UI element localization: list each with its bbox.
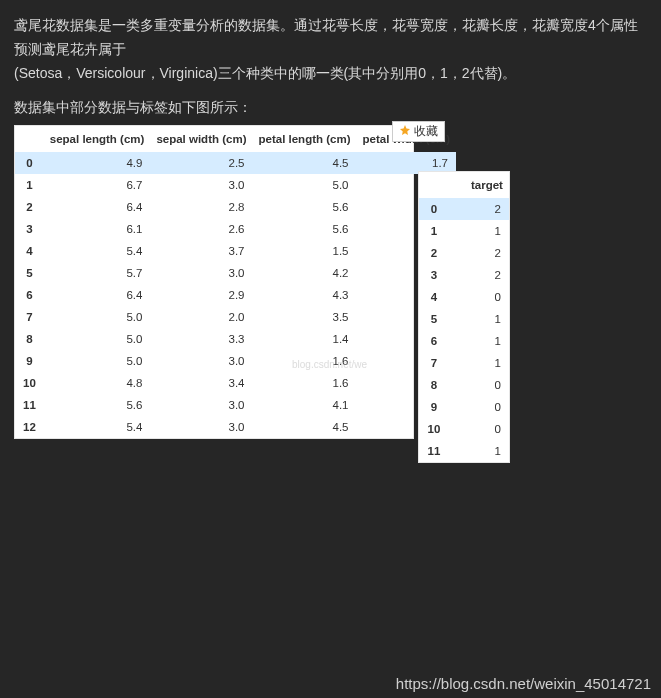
table-row: 55.73.04.21.2: [15, 262, 456, 284]
row-index: 3: [419, 264, 449, 286]
cell-value: 6.4: [44, 196, 151, 218]
row-index: 10: [15, 372, 44, 394]
bookmark-button[interactable]: 收藏: [392, 121, 445, 142]
cell-value: 3.7: [150, 240, 252, 262]
table-row: 61: [419, 330, 509, 352]
cell-value: 6.4: [44, 284, 151, 306]
table-row: 125.43.04.51.5: [15, 416, 456, 438]
intro-line1: 鸢尾花数据集是一类多重变量分析的数据集。通过花萼长度，花萼宽度，花瓣长度，花瓣宽…: [14, 17, 638, 57]
row-index: 7: [15, 306, 44, 328]
cell-value: 2: [449, 264, 509, 286]
table-row: 26.42.85.62.2: [15, 196, 456, 218]
table-row: 115.63.04.11.3: [15, 394, 456, 416]
cell-value: 4.5: [252, 416, 356, 438]
table-row: 100: [419, 418, 509, 440]
targets-table-block: target 02112232405161718090100111: [418, 171, 510, 463]
cell-value: 4.2: [252, 262, 356, 284]
cell-value: 6.1: [44, 218, 151, 240]
row-index: 0: [15, 152, 44, 174]
cell-value: 0: [449, 418, 509, 440]
col-header: sepal length (cm): [44, 126, 151, 152]
cell-value: 5.0: [44, 350, 151, 372]
star-icon: [399, 124, 411, 139]
bookmark-label: 收藏: [414, 123, 438, 140]
row-index: 1: [15, 174, 44, 196]
cell-value: 2: [449, 198, 509, 220]
table-row: 80: [419, 374, 509, 396]
cell-value: 5.0: [252, 174, 356, 196]
cell-value: 2.6: [150, 218, 252, 240]
table-row: 111: [419, 440, 509, 462]
table-row: 04.92.54.51.7: [15, 152, 456, 174]
intro-line2: (Setosa，Versicolour，Virginica)三个种类中的哪一类(…: [14, 65, 516, 81]
row-index: 5: [15, 262, 44, 284]
row-index: 9: [419, 396, 449, 418]
cell-value: 5.0: [44, 306, 151, 328]
table-row: 66.42.94.31.3: [15, 284, 456, 306]
cell-value: 3.0: [150, 416, 252, 438]
cell-value: 3.0: [150, 350, 252, 372]
cell-value: 3.0: [150, 394, 252, 416]
cell-value: 6.7: [44, 174, 151, 196]
cell-value: 2.9: [150, 284, 252, 306]
cell-value: 4.5: [252, 152, 356, 174]
col-header: petal length (cm): [252, 126, 356, 152]
cell-value: 5.0: [44, 328, 151, 350]
footer-url: https://blog.csdn.net/weixin_45014721: [396, 675, 651, 692]
row-index: 2: [419, 242, 449, 264]
targets-table: target 02112232405161718090100111: [419, 172, 509, 462]
row-index: 6: [419, 330, 449, 352]
cell-value: 1: [449, 440, 509, 462]
table-row: 22: [419, 242, 509, 264]
table-row: 75.02.03.51.0: [15, 306, 456, 328]
cell-value: 0: [449, 286, 509, 308]
row-index: 5: [419, 308, 449, 330]
row-index: 4: [15, 240, 44, 262]
table-row: 11: [419, 220, 509, 242]
features-table-block: sepal length (cm) sepal width (cm) petal…: [14, 125, 414, 439]
cell-value: 1.4: [252, 328, 356, 350]
table-row: 95.03.01.60.2: [15, 350, 456, 372]
col-header: sepal width (cm): [150, 126, 252, 152]
cell-value: 3.3: [150, 328, 252, 350]
cell-value: 2.5: [150, 152, 252, 174]
table-row: 104.83.41.60.2: [15, 372, 456, 394]
row-index: 9: [15, 350, 44, 372]
cell-value: 4.1: [252, 394, 356, 416]
cell-value: 1.6: [252, 372, 356, 394]
row-index: 4: [419, 286, 449, 308]
cell-value: 5.4: [44, 240, 151, 262]
row-index: 3: [15, 218, 44, 240]
cell-value: 3.0: [150, 262, 252, 284]
table-row: 45.43.71.50.2: [15, 240, 456, 262]
row-index: 11: [15, 394, 44, 416]
cell-value: 5.7: [44, 262, 151, 284]
cell-value: 3.4: [150, 372, 252, 394]
cell-value: 2.8: [150, 196, 252, 218]
cell-value: 1: [449, 330, 509, 352]
table-row: 16.73.05.01.7: [15, 174, 456, 196]
col-blank: [15, 126, 44, 152]
cell-value: 3.5: [252, 306, 356, 328]
cell-value: 5.6: [252, 196, 356, 218]
cell-value: 1: [449, 220, 509, 242]
cell-value: 1.5: [252, 240, 356, 262]
row-index: 12: [15, 416, 44, 438]
cell-value: 0: [449, 396, 509, 418]
row-index: 8: [419, 374, 449, 396]
cell-value: 5.6: [252, 218, 356, 240]
table-row: 90: [419, 396, 509, 418]
cell-value: 3.0: [150, 174, 252, 196]
table-row: 02: [419, 198, 509, 220]
cell-value: 5.4: [44, 416, 151, 438]
col-header-target: target: [449, 172, 509, 198]
cell-value: 0: [449, 374, 509, 396]
table-row: 51: [419, 308, 509, 330]
intro-paragraph: 鸢尾花数据集是一类多重变量分析的数据集。通过花萼长度，花萼宽度，花瓣长度，花瓣宽…: [14, 14, 647, 85]
table-row: 71: [419, 352, 509, 374]
cell-value: 5.6: [44, 394, 151, 416]
table-row: 85.03.31.40.2: [15, 328, 456, 350]
cell-value: 1: [449, 308, 509, 330]
row-index: 10: [419, 418, 449, 440]
row-index: 6: [15, 284, 44, 306]
